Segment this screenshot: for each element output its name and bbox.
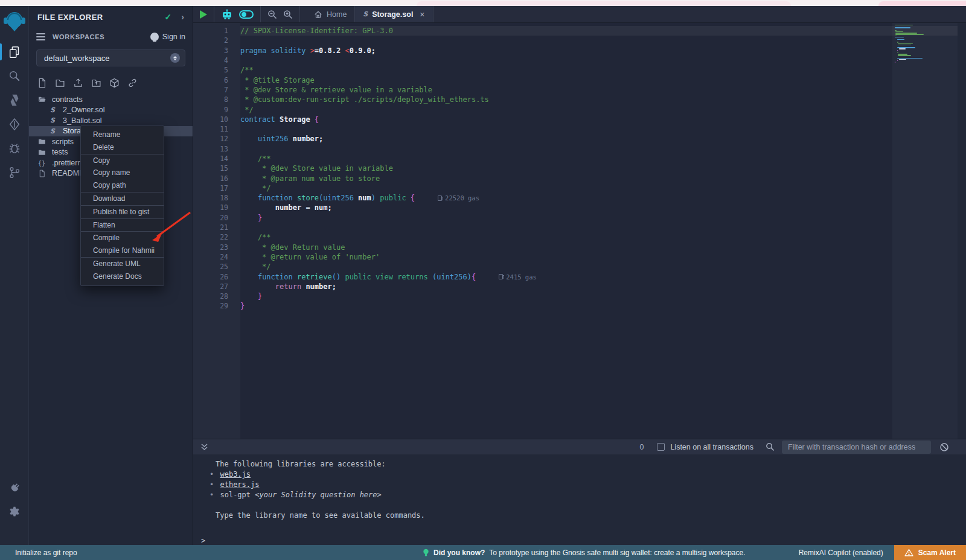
code-line-3[interactable]: 3pragma solidity >=0.8.2 <0.9.0; [193,46,892,56]
plugin-manager-icon[interactable] [0,476,29,500]
code-line-10[interactable]: 10contract Storage { [193,115,892,124]
menu-item-publish-file-to-gist[interactable]: Publish file to gist [81,206,164,218]
terminal-link[interactable]: web3.js [220,470,251,479]
file-label: 3_Ballot.sol [63,116,102,125]
code-line-24[interactable]: 24 * @return value of 'number' [193,252,892,262]
solidity-icon: S [48,127,57,135]
code-line-16[interactable]: 16 * @param num value to store [193,173,892,183]
menu-item-copy-name[interactable]: Copy name [81,167,164,179]
terminal-expand-icon[interactable] [200,443,208,451]
code-line-28[interactable]: 28 } [193,291,892,301]
chevron-right-icon[interactable]: › [181,12,184,22]
code-line-23[interactable]: 23 * @dev Return value [193,243,892,252]
new-folder-icon[interactable] [55,78,65,88]
code-line-4[interactable]: 4 [193,56,892,65]
code-line-25[interactable]: 25 */ [193,262,892,272]
code-line-20[interactable]: 20 } [193,213,892,223]
code-text: * @custom:dev-run-script ./scripts/deplo… [240,95,489,104]
code-line-29[interactable]: 29} [193,301,892,311]
code-text: * @title Storage [240,76,315,84]
remix-logo-icon[interactable] [2,8,27,34]
file-tree-item-2-owner-sol[interactable]: S2_Owner.sol [29,105,193,116]
tab-home[interactable]: Home [306,6,354,22]
menu-item-copy-path[interactable]: Copy path [81,179,164,192]
code-line-2[interactable]: 2 [193,36,892,45]
activity-bar [0,6,29,545]
workspace-select[interactable]: default_workspace [36,49,185,66]
code-line-11[interactable]: 11 [193,124,892,134]
menu-item-download[interactable]: Download [81,192,164,205]
file-tree-item-contracts[interactable]: contracts [29,94,193,105]
link-icon[interactable] [127,78,138,88]
git-icon[interactable] [0,161,29,185]
sign-in-button[interactable]: Sign in [150,33,185,41]
workspace-sort-icon[interactable] [170,53,180,63]
menu-item-compile[interactable]: Compile [81,232,164,244]
editor-scrollbar-strip[interactable] [958,23,966,439]
workspace-menu-icon[interactable] [36,33,45,40]
zoom-out-icon[interactable] [267,10,277,19]
close-tab-icon[interactable]: × [420,10,424,19]
terminal-link[interactable]: ethers.js [220,480,259,489]
clear-console-icon[interactable] [939,442,949,452]
main-area: Home S Storage.sol × 1// SPDX-License-Id… [193,6,966,545]
tab-storage-sol[interactable]: S Storage.sol × [354,6,433,22]
line-number: 22 [193,233,240,241]
code-line-12[interactable]: 12 uint256 number; [193,134,892,144]
ai-copilot-robot-icon[interactable] [221,9,233,20]
upload-file-icon[interactable] [73,78,83,88]
scam-alert-button[interactable]: Scam Alert [894,545,966,560]
git-init-button[interactable]: Initialize as git repo [0,549,77,557]
terminal-prompt[interactable]: > [193,536,966,545]
code-editor[interactable]: 1// SPDX-License-Identifier: GPL-3.023pr… [193,23,966,439]
file-explorer-icon[interactable] [0,40,29,64]
listen-all-checkbox[interactable] [657,443,665,451]
debugger-icon[interactable] [0,136,29,161]
menu-item-delete[interactable]: Delete [81,141,164,154]
code-line-1[interactable]: 1// SPDX-License-Identifier: GPL-3.0 [193,26,892,36]
deploy-run-icon[interactable] [0,112,29,136]
minimap[interactable] [895,25,955,63]
code-line-18[interactable]: 18 function store(uint256 num) public {2… [193,193,892,203]
code-line-19[interactable]: 19 number = num; [193,203,892,212]
menu-item-flatten[interactable]: Flatten [81,219,164,232]
search-icon[interactable] [766,442,775,451]
copilot-toggle[interactable] [239,10,254,19]
file-tree-item-3-ballot-sol[interactable]: S3_Ballot.sol [29,115,193,126]
zoom-in-icon[interactable] [283,10,293,19]
code-line-5[interactable]: 5/** [193,65,892,75]
menu-item-rename[interactable]: Rename [81,129,164,141]
ipfs-cube-icon[interactable] [109,78,120,88]
minimap-line [895,30,897,31]
code-line-9[interactable]: 9 */ [193,104,892,114]
transaction-count-badge: 0 [639,443,644,451]
terminal[interactable]: The following libraries are accessible:•… [193,454,966,545]
code-text: * @dev Store value in variable [240,164,393,173]
code-line-15[interactable]: 15 * @dev Store value in variable [193,164,892,173]
minimap-line [898,55,912,56]
copilot-status[interactable]: RemixAI Copilot (enabled) [799,549,883,557]
code-line-17[interactable]: 17 */ [193,183,892,193]
search-icon[interactable] [0,64,29,88]
settings-icon[interactable] [0,500,29,524]
code-line-8[interactable]: 8 * @custom:dev-run-script ./scripts/dep… [193,95,892,104]
code-line-22[interactable]: 22 /** [193,232,892,242]
menu-item-compile-for-nahmii[interactable]: Compile for Nahmii [81,244,164,257]
run-script-button[interactable] [200,10,207,19]
code-line-26[interactable]: 26 function retrieve() public view retur… [193,272,892,281]
code-line-6[interactable]: 6 * @title Storage [193,75,892,84]
code-line-13[interactable]: 13 [193,144,892,154]
code-line-27[interactable]: 27 return number; [193,282,892,291]
menu-item-generate-uml[interactable]: Generate UML [81,258,164,270]
code-line-21[interactable]: 21 [193,223,892,232]
upload-folder-icon[interactable] [91,78,101,88]
transaction-filter-input[interactable] [782,441,931,454]
line-number: 28 [193,292,240,301]
code-line-7[interactable]: 7 * @dev Store & retrieve value in a var… [193,85,892,95]
solidity-compiler-icon[interactable] [0,88,29,112]
code-line-14[interactable]: 14 /** [193,154,892,164]
menu-item-generate-docs[interactable]: Generate Docs [81,270,164,283]
code-text: /** [240,66,254,74]
new-file-icon[interactable] [37,78,47,88]
menu-item-copy[interactable]: Copy [81,154,164,167]
